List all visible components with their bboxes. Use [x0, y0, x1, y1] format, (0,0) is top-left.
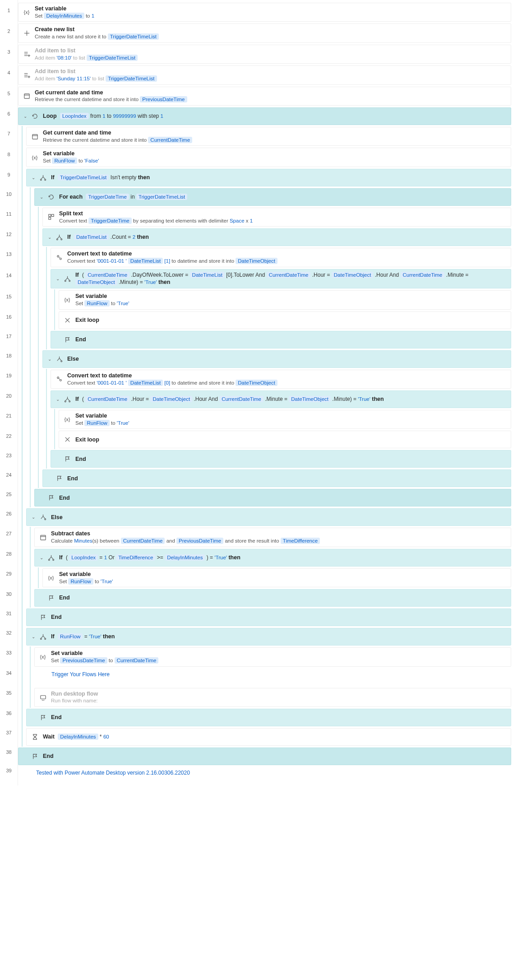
variable-pill[interactable]: TimeDifference — [116, 554, 155, 561]
action-row[interactable]: ⌄If TriggerDateTimeList Isn't empty then — [18, 168, 513, 187]
variable-pill[interactable]: CurrentDateTime — [401, 272, 445, 278]
action-row[interactable]: Create new listCreate a new list and sto… — [18, 23, 513, 43]
action-row[interactable]: Split textConvert text TriggerDateTime b… — [18, 207, 513, 228]
action-row[interactable]: ⌄If DateTimeList .Count = 2 then — [18, 228, 513, 247]
action-card[interactable]: {x}Set variableSet PreviousDateTime to C… — [34, 647, 511, 666]
action-row[interactable]: ⌄If ( CurrentDateTime .DayOfWeek.ToLower… — [18, 268, 513, 290]
variable-pill[interactable]: DateTimeList — [190, 272, 225, 278]
action-card[interactable]: Exit loop — [59, 431, 511, 448]
action-row[interactable]: Trigger Your Flows Here — [18, 668, 513, 687]
action-card[interactable]: {x}Set variableSet RunFlow to 'True' — [59, 410, 511, 429]
action-card[interactable]: Get current date and timeRetrieve the cu… — [26, 127, 511, 146]
variable-pill[interactable]: DateTimeList — [128, 380, 163, 386]
action-row[interactable]: Convert text to datetimeConvert text '00… — [18, 247, 513, 268]
action-row[interactable]: ⌄Else — [18, 507, 513, 527]
block-header[interactable]: End — [34, 489, 511, 506]
action-card[interactable]: Create new listCreate a new list and sto… — [18, 23, 511, 42]
action-card[interactable]: {x}Set variableSet RunFlow to 'False' — [26, 148, 511, 167]
chevron-down-icon[interactable]: ⌄ — [22, 114, 28, 119]
block-header[interactable]: ⌄If TriggerDateTimeList Isn't empty then — [26, 169, 511, 186]
action-card[interactable]: Wait DelayInMinutes * 60 — [26, 728, 511, 746]
action-card[interactable]: Convert text to datetimeConvert text '00… — [51, 370, 511, 389]
variable-pill[interactable]: TriggerDateTimeList — [58, 174, 109, 181]
action-row[interactable]: End — [18, 747, 513, 766]
block-header[interactable]: ⌄If RunFlow = 'True' then — [26, 628, 511, 646]
chevron-down-icon[interactable]: ⌄ — [38, 555, 45, 560]
variable-pill[interactable]: DateTimeObject — [332, 272, 374, 278]
variable-pill[interactable]: CurrentDateTime — [267, 272, 311, 278]
chevron-down-icon[interactable]: ⌄ — [38, 195, 45, 200]
action-row[interactable]: Exit loop — [18, 430, 513, 449]
chevron-down-icon[interactable]: ⌄ — [30, 515, 37, 520]
variable-pill[interactable]: RunFlow — [68, 578, 93, 585]
variable-pill[interactable]: TriggerDateTimeList — [87, 55, 138, 61]
variable-pill[interactable]: DateTimeObject — [150, 396, 192, 402]
variable-pill[interactable]: PreviousDateTime — [176, 538, 223, 544]
action-row[interactable]: End — [18, 449, 513, 469]
action-card[interactable]: {x}Set variableSet RunFlow to 'True' — [42, 568, 511, 587]
variable-pill[interactable]: TimeDifference — [281, 538, 320, 544]
chevron-down-icon[interactable]: ⌄ — [46, 357, 53, 362]
variable-pill[interactable]: CurrentDateTime — [148, 137, 192, 143]
variable-pill[interactable]: RunFlow — [84, 420, 109, 426]
action-card[interactable]: Get current date and timeRetrieve the cu… — [18, 87, 511, 106]
action-card[interactable]: Convert text to datetimeConvert text '00… — [51, 248, 511, 267]
action-card[interactable]: Add item to listAdd item 'Sunday 11:15' … — [18, 65, 511, 84]
action-card[interactable]: Exit loop — [59, 311, 511, 329]
variable-pill[interactable]: CurrentDateTime — [219, 396, 263, 402]
variable-pill[interactable]: LoopIndex — [69, 554, 98, 561]
chevron-down-icon[interactable]: ⌄ — [30, 175, 37, 180]
block-header[interactable]: ⌄Loop LoopIndex from 1 to 99999999 with … — [18, 107, 511, 125]
chevron-down-icon[interactable]: ⌄ — [46, 235, 53, 240]
variable-pill[interactable]: LoopIndex — [60, 113, 89, 119]
action-card[interactable]: {x}Set variableSet DelayInMinutes to 1 — [18, 3, 511, 22]
variable-pill[interactable]: CurrentDateTime — [121, 538, 165, 544]
chevron-down-icon[interactable]: ⌄ — [30, 634, 37, 639]
block-header[interactable]: ⌄If DateTimeList .Count = 2 then — [42, 228, 511, 246]
action-row[interactable]: Tested with Power Automate Desktop versi… — [18, 766, 513, 785]
action-row[interactable]: {x}Set variableSet RunFlow to 'True' — [18, 289, 513, 310]
variable-pill[interactable]: DelayInMinutes — [44, 13, 84, 19]
action-row[interactable]: End — [18, 588, 513, 608]
block-header[interactable]: ⌄If ( CurrentDateTime .Hour = DateTimeOb… — [51, 390, 511, 408]
block-header[interactable]: ⌄If ( CurrentDateTime .DayOfWeek.ToLower… — [51, 269, 511, 289]
block-header[interactable]: ⌄If ( LoopIndex = 1 Or TimeDifference >=… — [34, 549, 511, 567]
block-header[interactable]: End — [42, 469, 511, 487]
variable-pill[interactable]: TriggerDateTime — [88, 218, 131, 224]
action-card[interactable]: {x}Set variableSet RunFlow to 'True' — [59, 290, 511, 309]
action-row[interactable]: Add item to listAdd item 'Sunday 11:15' … — [18, 65, 513, 85]
variable-pill[interactable]: DelayInMinutes — [165, 554, 205, 561]
variable-pill[interactable]: CurrentDateTime — [85, 396, 129, 402]
action-row[interactable]: Wait DelayInMinutes * 60 — [18, 727, 513, 747]
block-header[interactable]: End — [51, 331, 511, 348]
variable-pill[interactable]: DateTimeList — [74, 234, 109, 240]
action-row[interactable]: {x}Set variableSet RunFlow to 'True' — [18, 409, 513, 430]
action-row[interactable]: {x}Set variableSet PreviousDateTime to C… — [18, 646, 513, 667]
variable-pill[interactable]: DelayInMinutes — [58, 734, 98, 740]
chevron-down-icon[interactable]: ⌄ — [55, 397, 61, 402]
action-card[interactable]: Add item to listAdd item '08:10' to list… — [18, 45, 511, 64]
action-row[interactable]: ⌄Else — [18, 349, 513, 369]
variable-pill[interactable]: CurrentDateTime — [115, 657, 159, 664]
variable-pill[interactable]: TriggerDateTimeList — [108, 33, 159, 40]
action-row[interactable]: ⌄Loop LoopIndex from 1 to 99999999 with … — [18, 107, 513, 126]
action-row[interactable]: Get current date and timeRetrieve the cu… — [18, 86, 513, 107]
action-row[interactable]: ⌄If ( CurrentDateTime .Hour = DateTimeOb… — [18, 390, 513, 409]
block-header[interactable]: End — [34, 589, 511, 607]
action-row[interactable]: End — [18, 330, 513, 349]
variable-pill[interactable]: DateTimeObject — [75, 279, 117, 285]
variable-pill[interactable]: DateTimeObject — [236, 258, 277, 264]
variable-pill[interactable]: DateTimeObject — [236, 380, 277, 386]
block-header[interactable]: End — [26, 709, 511, 726]
chevron-down-icon[interactable]: ⌄ — [55, 276, 61, 281]
action-row[interactable]: ⌄For each TriggerDateTime in TriggerDate… — [18, 187, 513, 207]
block-header[interactable]: End — [26, 608, 511, 626]
action-row[interactable]: End — [18, 608, 513, 627]
variable-pill[interactable]: RunFlow — [84, 300, 109, 307]
action-row[interactable]: Subtract datesCalculate Minutes(s) betwe… — [18, 527, 513, 548]
action-row[interactable]: End — [18, 469, 513, 488]
variable-pill[interactable]: TriggerDateTimeList — [136, 194, 187, 200]
action-row[interactable]: Get current date and timeRetrieve the cu… — [18, 126, 513, 147]
block-header[interactable]: End — [18, 748, 511, 765]
action-card[interactable]: Run desktop flowRun flow with name: — [34, 688, 511, 707]
